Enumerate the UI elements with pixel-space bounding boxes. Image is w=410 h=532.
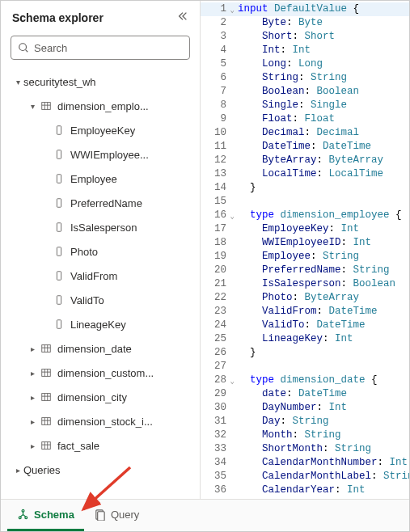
search-box[interactable]	[11, 36, 190, 60]
code-line[interactable]: 33 ShortMonth: String	[201, 442, 409, 456]
chevron-down-icon: ▾	[12, 78, 23, 87]
code-text: type dimension_employee {	[233, 209, 402, 222]
table-label: dimension_custom...	[57, 367, 154, 379]
svg-rect-13	[42, 394, 51, 401]
tree-table-node[interactable]: ▸fact_sale	[1, 433, 200, 458]
tree-table-node[interactable]: ▸dimension_date	[1, 336, 200, 361]
table-icon	[40, 99, 53, 112]
bottom-tab-bar: Schema Query	[1, 499, 409, 531]
line-number: 34	[201, 456, 233, 470]
chevron-double-left-icon	[177, 11, 188, 22]
search-input[interactable]	[34, 42, 183, 54]
tree-column-node[interactable]: ValidFrom	[1, 264, 200, 288]
tree-column-node[interactable]: LineageKey	[1, 312, 200, 336]
line-number: 10	[201, 126, 233, 140]
line-number: 25	[201, 332, 233, 346]
column-icon	[53, 245, 66, 258]
tree-column-node[interactable]: PreferredName	[1, 191, 200, 215]
code-line[interactable]: 8 Single: Single	[201, 99, 409, 112]
code-line[interactable]: 21 IsSalesperson: Boolean	[201, 277, 409, 291]
svg-point-0	[19, 44, 27, 51]
code-text: Float: Float	[233, 112, 335, 126]
code-line[interactable]: 5 Long: Long	[201, 57, 409, 71]
tree-db-node[interactable]: ▾ securitytest_wh	[1, 70, 200, 94]
code-line[interactable]: 17 EmployeeKey: Int	[201, 222, 409, 236]
tree-column-node[interactable]: EmployeeKey	[1, 118, 200, 142]
tree-queries-node[interactable]: ▸ Queries	[1, 458, 200, 482]
line-number: 19	[201, 250, 233, 264]
tab-schema[interactable]: Schema	[7, 500, 84, 531]
code-line[interactable]: 16⌄ type dimension_employee {	[201, 209, 409, 222]
code-line[interactable]: 14 }	[201, 181, 409, 195]
code-line[interactable]: 36 CalendarYear: Int	[201, 483, 409, 497]
tree-table-node[interactable]: ▾ dimension_emplo...	[1, 94, 200, 118]
svg-rect-4	[57, 175, 61, 184]
search-icon	[18, 42, 29, 53]
line-number: 4	[201, 44, 233, 57]
code-line[interactable]: 34 CalendarMonthNumber: Int	[201, 456, 409, 470]
tree-table-node[interactable]: ▸dimension_stock_i...	[1, 409, 200, 433]
code-line[interactable]: 13 LocalTime: LocalTime	[201, 167, 409, 181]
code-line[interactable]: 7 Boolean: Boolean	[201, 85, 409, 99]
tree-column-node[interactable]: IsSalesperson	[1, 215, 200, 239]
code-line[interactable]: 26 }	[201, 346, 409, 360]
schema-tree[interactable]: ▾ securitytest_wh ▾ dimension_emplo... E…	[1, 68, 200, 499]
code-text: IsSalesperson: Boolean	[233, 277, 395, 291]
code-line[interactable]: 6 String: String	[201, 71, 409, 85]
svg-rect-8	[57, 272, 61, 281]
code-line[interactable]: 4 Int: Int	[201, 44, 409, 57]
svg-rect-9	[57, 296, 61, 305]
code-line[interactable]: 25 LineageKey: Int	[201, 332, 409, 346]
code-text: ValidFrom: DateTime	[233, 305, 378, 319]
line-number: 23	[201, 305, 233, 319]
code-text: Single: Single	[233, 99, 347, 112]
code-line[interactable]: 30 DayNumber: Int	[201, 401, 409, 415]
column-label: IsSalesperson	[70, 222, 137, 234]
code-text: Day: String	[233, 415, 329, 429]
code-editor[interactable]: 1⌄input DefaultValue {2 Byte: Byte3 Shor…	[201, 1, 409, 499]
tree-column-node[interactable]: WWIEmployee...	[1, 142, 200, 167]
line-number: 32	[201, 429, 233, 442]
column-label: Photo	[70, 246, 98, 258]
table-icon	[40, 366, 53, 379]
tree-column-node[interactable]: Photo	[1, 239, 200, 264]
code-line[interactable]: 9 Float: Float	[201, 112, 409, 126]
code-line[interactable]: 10 Decimal: Decimal	[201, 126, 409, 140]
code-line[interactable]: 24 ValidTo: DateTime	[201, 319, 409, 332]
code-line[interactable]: 23 ValidFrom: DateTime	[201, 305, 409, 319]
tab-schema-label: Schema	[34, 509, 74, 521]
code-text: type dimension_date {	[233, 374, 378, 387]
line-number: 29	[201, 387, 233, 401]
code-line[interactable]: 27	[201, 360, 409, 374]
table-label: dimension_city	[57, 391, 127, 403]
code-line[interactable]: 22 Photo: ByteArray	[201, 291, 409, 305]
code-line[interactable]: 3 Short: Short	[201, 30, 409, 44]
code-text: ShortMonth: String	[233, 442, 371, 456]
code-text: DateTime: DateTime	[233, 140, 371, 154]
code-line[interactable]: 18 WWIEmployeeID: Int	[201, 236, 409, 250]
code-line[interactable]: 15	[201, 195, 409, 209]
code-line[interactable]: 12 ByteArray: ByteArray	[201, 154, 409, 167]
code-line[interactable]: 31 Day: String	[201, 415, 409, 429]
code-line[interactable]: 11 DateTime: DateTime	[201, 140, 409, 154]
tree-table-node[interactable]: ▸dimension_custom...	[1, 361, 200, 385]
collapse-panel-button[interactable]	[175, 9, 190, 26]
code-line[interactable]: 19 Employee: String	[201, 250, 409, 264]
code-line[interactable]: 20 PreferredName: String	[201, 264, 409, 277]
svg-rect-11	[42, 345, 51, 353]
code-line[interactable]: 32 Month: String	[201, 429, 409, 442]
code-line[interactable]: 28⌄ type dimension_date {	[201, 374, 409, 387]
column-icon	[53, 124, 66, 137]
code-line[interactable]: 35 CalendarMonthLabel: String	[201, 470, 409, 483]
line-number: 28⌄	[201, 374, 233, 387]
code-line[interactable]: 1⌄input DefaultValue {	[201, 2, 409, 16]
line-number: 17	[201, 222, 233, 236]
code-line[interactable]: 2 Byte: Byte	[201, 16, 409, 30]
tab-query[interactable]: Query	[84, 500, 149, 531]
tree-column-node[interactable]: ValidTo	[1, 288, 200, 312]
code-text: Employee: String	[233, 250, 359, 264]
chevron-down-icon: ▾	[27, 102, 38, 111]
code-line[interactable]: 29 date: DateTime	[201, 387, 409, 401]
tree-column-node[interactable]: Employee	[1, 167, 200, 191]
tree-table-node[interactable]: ▸dimension_city	[1, 385, 200, 409]
